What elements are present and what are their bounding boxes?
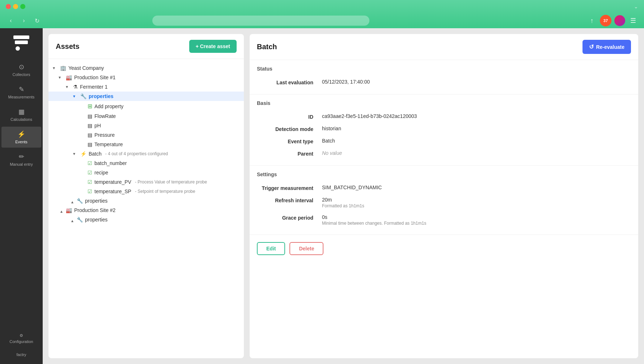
logo-bar1 [13, 35, 29, 39]
tree-item-batch[interactable]: ▾ ⚡ Batch - 4 out of 4 properties config… [48, 149, 244, 158]
sidebar-item-measurements[interactable]: ✎ Measurements [1, 82, 41, 103]
event-type-row: Event type Batch [257, 135, 631, 147]
tree-item-yeast-company[interactable]: ▾ 🏢 Yeast Company [48, 63, 244, 73]
batch-icon: ⚡ [80, 151, 86, 157]
action-row: Edit Delete [250, 235, 638, 262]
temp-pv-label: temperature_PV [94, 179, 131, 185]
manual-entry-icon: ✏ [19, 153, 24, 161]
chevron-batch-icon: ▾ [73, 151, 78, 156]
sidebar-item-manual-entry-label: Manual entry [10, 162, 33, 166]
tree-item-fermenter-1[interactable]: ▾ ⚗ Fermenter 1 [48, 82, 244, 92]
chevron-yeast-company-icon: ▾ [53, 65, 58, 71]
properties2-label: properties [85, 198, 107, 204]
sidebar-item-factry-label: factry [17, 352, 26, 357]
assets-panel-header: Assets + Create asset [48, 34, 244, 59]
calculations-icon: ▦ [18, 108, 25, 116]
yeast-company-icon: 🏢 [60, 65, 66, 71]
refresh-interval-value-container: 20m Formatted as 1h1m1s [322, 197, 364, 208]
sidebar-item-calculations-label: Calculations [10, 117, 32, 122]
tree-item-properties2[interactable]: ▸ 🔧 properties [48, 196, 244, 206]
tree-item-temperature[interactable]: ▤ Temperature [48, 140, 244, 149]
pressure-icon: ▤ [88, 132, 92, 138]
sidebar-bottom: ⚙ Configuration factry [7, 330, 36, 364]
properties-icon: 🔧 [80, 93, 86, 99]
avatar[interactable] [614, 15, 625, 26]
traffic-lights [6, 4, 25, 9]
detection-mode-label: Detection mode [257, 126, 322, 132]
tree-item-add-property[interactable]: ⊞ Add property [48, 101, 244, 111]
last-evaluation-row: Last evaluation 05/12/2023, 17:40:00 [257, 76, 631, 88]
parent-value: No value [322, 150, 631, 156]
app-layout: ⊙ Collectors ✎ Measurements ▦ Calculatio… [0, 28, 644, 364]
properties2-icon: 🔧 [77, 198, 83, 204]
sidebar-item-events[interactable]: ⚡ Events [1, 127, 41, 148]
sidebar-item-calculations[interactable]: ▦ Calculations [1, 104, 41, 125]
tree-item-properties[interactable]: ▾ 🔧 properties [48, 92, 244, 101]
refresh-interval-row: Refresh interval 20m Formatted as 1h1m1s [257, 194, 631, 211]
collectors-icon: ⊙ [19, 63, 24, 71]
tree-item-pressure[interactable]: ▤ Pressure [48, 130, 244, 140]
prod-site-1-icon: 🏭 [66, 75, 72, 80]
menu-icon[interactable]: ☰ [628, 16, 638, 26]
re-evaluate-button[interactable]: ↺ Re-evaluate [582, 40, 631, 54]
recipe-check-icon: ☑ [88, 170, 92, 175]
assets-panel: Assets + Create asset ▾ 🏢 Yeast Company … [48, 34, 244, 358]
grace-period-sub: Minimal time between changes. Formatted … [322, 221, 426, 226]
events-icon: ⚡ [17, 130, 25, 138]
tree-item-production-site-1[interactable]: ▾ 🏭 Production Site #1 [48, 73, 244, 82]
tree-item-flowrate[interactable]: ▤ FlowRate [48, 111, 244, 121]
tree-item-batch-number[interactable]: ☑ batch_number [48, 158, 244, 168]
sidebar-item-collectors[interactable]: ⊙ Collectors [1, 59, 41, 80]
refresh-interval-sub: Formatted as 1h1m1s [322, 203, 364, 208]
id-row: ID ca93aae2-f3e5-11ed-b73b-0242ac120003 [257, 110, 631, 123]
temp-pv-sublabel: - Process Value of temperature probe [135, 179, 207, 185]
batch-sublabel: - 4 out of 4 properties configured [105, 151, 168, 156]
detection-mode-row: Detection mode historian [257, 123, 631, 135]
tree-item-temperature-sp[interactable]: ☑ temperature_SP - Setpoint of temperatu… [48, 187, 244, 196]
tree-item-ph[interactable]: ▤ pH [48, 121, 244, 130]
grace-period-value: 0s [322, 214, 426, 220]
refresh-button[interactable]: ↻ [32, 16, 42, 26]
brave-count: 37 [603, 18, 608, 23]
detail-body: Status Last evaluation 05/12/2023, 17:40… [250, 60, 638, 358]
temp-sp-label: temperature_SP [94, 189, 131, 194]
tree-item-recipe[interactable]: ☑ recipe [48, 168, 244, 177]
delete-button[interactable]: Delete [289, 242, 323, 255]
temperature-label: Temperature [94, 141, 123, 147]
asset-tree: ▾ 🏢 Yeast Company ▾ 🏭 Production Site #1… [48, 59, 244, 358]
tree-item-temperature-pv[interactable]: ☑ temperature_PV - Process Value of temp… [48, 177, 244, 187]
event-type-value: Batch [322, 138, 631, 144]
traffic-light-yellow[interactable] [13, 4, 18, 9]
id-label: ID [257, 113, 322, 120]
sidebar-item-manual-entry[interactable]: ✏ Manual entry [1, 149, 41, 170]
chevron-prod-site-2-icon: ▸ [59, 208, 64, 213]
back-button[interactable]: ‹ [6, 16, 16, 26]
fermenter-1-icon: ⚗ [73, 84, 78, 90]
create-asset-button[interactable]: + Create asset [189, 40, 237, 53]
address-bar[interactable] [152, 16, 369, 26]
sidebar-logo [10, 33, 32, 54]
window-chevron-icon: ⌄ [634, 4, 638, 9]
grace-period-value-container: 0s Minimal time between changes. Formatt… [322, 214, 426, 226]
browser-toolbar: ‹ › ↻ ↑ 37 ☰ [0, 13, 644, 28]
sidebar-item-events-label: Events [15, 140, 27, 144]
forward-button[interactable]: › [19, 16, 29, 26]
add-property-icon: ⊞ [88, 103, 92, 110]
add-property-label: Add property [94, 103, 123, 109]
sidebar-item-configuration[interactable]: ⚙ Configuration [7, 330, 36, 347]
flowrate-label: FlowRate [94, 113, 116, 119]
prod-site-2-icon: 🏭 [66, 207, 72, 213]
re-evaluate-icon: ↺ [589, 43, 594, 50]
brave-badge[interactable]: 37 [600, 15, 611, 26]
sidebar-item-collectors-label: Collectors [13, 72, 30, 77]
share-icon[interactable]: ↑ [587, 16, 597, 26]
chevron-properties2-icon: ▸ [69, 198, 75, 203]
re-evaluate-label: Re-evaluate [596, 44, 624, 50]
tree-item-production-site-2[interactable]: ▸ 🏭 Production Site #2 [48, 206, 244, 215]
tree-item-properties3[interactable]: ▸ 🔧 properties [48, 215, 244, 224]
sidebar-item-factry[interactable]: factry [14, 350, 29, 360]
traffic-light-green[interactable] [20, 4, 25, 9]
traffic-light-red[interactable] [6, 4, 11, 9]
edit-button[interactable]: Edit [257, 242, 285, 255]
temp-sp-check-icon: ☑ [88, 189, 92, 194]
